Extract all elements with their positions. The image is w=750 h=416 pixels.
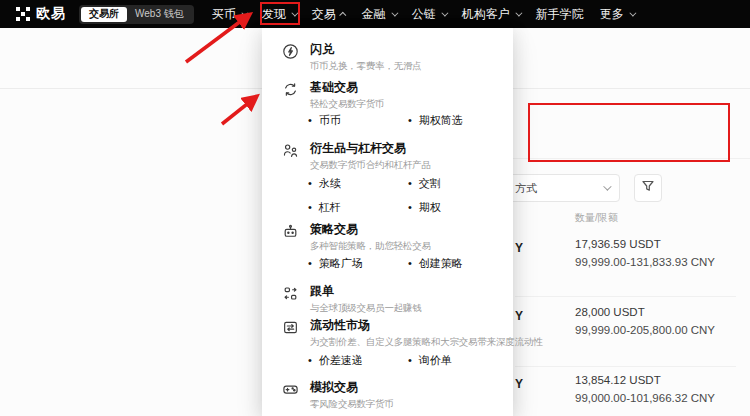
column-header-amount-limit: 数量/限额 bbox=[575, 211, 618, 225]
table-row[interactable]: Y 17,936.59 USDT 99,999.00-131,833.93 CN… bbox=[515, 238, 743, 286]
menu-title: 闪兑 bbox=[310, 42, 422, 56]
row-limit: 99,999.00-131,833.93 CNY bbox=[575, 256, 715, 268]
trade-dropdown-menu: 闪兑 币币兑换，零费率，无滑点 基础交易 轻松交易数字货币 币币 期权简选 bbox=[262, 28, 513, 416]
flash-swap-icon bbox=[282, 43, 299, 60]
row-limit: 99,999.00-205,800.00 CNY bbox=[575, 324, 715, 336]
menu-title: 模拟交易 bbox=[310, 380, 394, 394]
table-row[interactable]: Y 13,854.12 USDT 99,000.00-101,966.32 CN… bbox=[515, 374, 743, 416]
product-toggle: 交易所 Web3 钱包 bbox=[79, 5, 194, 24]
nav-item-label: 机构客户 bbox=[462, 6, 510, 23]
demo-trade-icon bbox=[282, 381, 299, 398]
nav-item-label: 买币 bbox=[212, 6, 236, 23]
nav-item-buy-crypto[interactable]: 买币 bbox=[209, 6, 249, 23]
menu-links-row: 策略广场 创建策略 bbox=[262, 256, 513, 270]
divider bbox=[515, 366, 736, 367]
nav-item-label: 更多 bbox=[600, 6, 624, 23]
menu-title: 基础交易 bbox=[310, 80, 384, 94]
row-amount: 17,936.59 USDT bbox=[575, 238, 661, 250]
divider bbox=[513, 158, 750, 159]
top-navbar: 欧易 交易所 Web3 钱包 买币 发现 交易 金融 公链 机构客户 bbox=[0, 0, 750, 28]
row-limit: 99,000.00-101,966.32 CNY bbox=[575, 392, 715, 404]
menu-links-row: 币币 期权简选 bbox=[262, 113, 513, 127]
row-edge-text: Y bbox=[515, 377, 523, 391]
strategy-icon bbox=[282, 223, 299, 240]
nav-item-chains[interactable]: 公链 bbox=[409, 6, 449, 23]
basic-trade-icon bbox=[282, 81, 299, 98]
menu-item-basic-trade[interactable]: 基础交易 轻松交易数字货币 bbox=[282, 80, 384, 109]
chevron-down-icon bbox=[291, 9, 298, 16]
main-nav: 买币 发现 交易 金融 公链 机构客户 新手学院 更多 bbox=[209, 6, 637, 23]
menu-subtitle: 为交割价差、自定义多腿策略和大宗交易带来深度流动性 bbox=[310, 336, 543, 347]
nav-item-label: 公链 bbox=[412, 6, 436, 23]
chevron-down-icon bbox=[603, 182, 611, 190]
nav-item-label: 交易 bbox=[312, 6, 336, 23]
okx-logo-icon bbox=[16, 7, 30, 21]
nav-item-institutions[interactable]: 机构客户 bbox=[459, 6, 523, 23]
menu-item-demo-trading[interactable]: 模拟交易 零风险交易数字货币 bbox=[282, 380, 394, 409]
nav-item-discover[interactable]: 发现 bbox=[259, 6, 299, 23]
menu-title: 流动性市场 bbox=[310, 318, 543, 332]
chevron-down-icon bbox=[441, 9, 448, 16]
menu-item-flash-swap[interactable]: 闪兑 币币兑换，零费率，无滑点 bbox=[282, 42, 422, 71]
copy-trade-icon bbox=[282, 285, 299, 302]
menu-item-copy-trading[interactable]: 跟单 与全球顶级交易员一起赚钱 bbox=[282, 284, 422, 313]
row-amount: 13,854.12 USDT bbox=[575, 374, 661, 386]
menu-title: 衍生品与杠杆交易 bbox=[310, 141, 431, 155]
menu-subtitle: 轻松交易数字货币 bbox=[310, 98, 384, 109]
menu-title: 策略交易 bbox=[310, 222, 431, 236]
menu-links-row: 杠杆 期权 bbox=[262, 200, 513, 214]
menu-link-easy-options[interactable]: 期权简选 bbox=[408, 113, 463, 128]
row-amount: 28,000 USDT bbox=[575, 306, 645, 318]
toggle-web3-wallet[interactable]: Web3 钱包 bbox=[127, 7, 192, 22]
menu-subtitle: 交易数字货币合约和杠杆产品 bbox=[310, 159, 431, 170]
chevron-down-icon bbox=[515, 9, 522, 16]
derivatives-icon bbox=[282, 142, 299, 159]
brand-name: 欧易 bbox=[36, 5, 66, 23]
nav-item-more[interactable]: 更多 bbox=[597, 6, 637, 23]
menu-item-derivatives[interactable]: 衍生品与杠杆交易 交易数字货币合约和杠杆产品 bbox=[282, 141, 431, 170]
menu-subtitle: 零风险交易数字货币 bbox=[310, 398, 394, 409]
select-value: 方式 bbox=[515, 181, 537, 196]
menu-subtitle: 多种智能策略，助您轻松交易 bbox=[310, 240, 431, 251]
okx-logo[interactable]: 欧易 bbox=[16, 5, 66, 23]
chevron-down-icon bbox=[629, 9, 636, 16]
liquidity-icon bbox=[282, 319, 299, 336]
nav-item-academy[interactable]: 新手学院 bbox=[533, 6, 587, 23]
menu-link-spot[interactable]: 币币 bbox=[308, 113, 341, 128]
menu-link-rfq[interactable]: 询价单 bbox=[408, 353, 452, 368]
menu-link-perpetual[interactable]: 永续 bbox=[308, 176, 341, 191]
menu-links-row: 价差速递 询价单 bbox=[262, 353, 513, 367]
divider bbox=[515, 296, 736, 297]
menu-link-create-strategy[interactable]: 创建策略 bbox=[408, 256, 463, 271]
menu-link-strategy-square[interactable]: 策略广场 bbox=[308, 256, 363, 271]
row-edge-text: Y bbox=[515, 241, 523, 255]
menu-item-strategy-trade[interactable]: 策略交易 多种智能策略，助您轻松交易 bbox=[282, 222, 431, 251]
nav-item-label: 金融 bbox=[362, 6, 386, 23]
menu-link-margin[interactable]: 杠杆 bbox=[308, 200, 341, 215]
nav-item-label: 新手学院 bbox=[536, 6, 584, 23]
menu-links-row: 永续 交割 bbox=[262, 176, 513, 190]
payment-method-select[interactable]: 方式 bbox=[504, 174, 620, 202]
toggle-exchange[interactable]: 交易所 bbox=[81, 7, 127, 22]
filter-button[interactable] bbox=[634, 174, 662, 202]
menu-subtitle: 与全球顶级交易员一起赚钱 bbox=[310, 302, 422, 313]
table-row[interactable]: Y 28,000 USDT 99,999.00-205,800.00 CNY bbox=[515, 306, 743, 354]
menu-link-options[interactable]: 期权 bbox=[408, 200, 441, 215]
chevron-down-icon bbox=[241, 9, 248, 16]
menu-item-liquidity-marketplace[interactable]: 流动性市场 为交割价差、自定义多腿策略和大宗交易带来深度流动性 bbox=[282, 318, 543, 347]
nav-item-label: 发现 bbox=[262, 6, 286, 23]
menu-link-futures[interactable]: 交割 bbox=[408, 176, 441, 191]
menu-subtitle: 币币兑换，零费率，无滑点 bbox=[310, 60, 422, 71]
chevron-up-icon bbox=[339, 11, 346, 18]
menu-link-spread-express[interactable]: 价差速递 bbox=[308, 353, 363, 368]
nav-item-trade[interactable]: 交易 bbox=[309, 6, 349, 23]
menu-title: 跟单 bbox=[310, 284, 422, 298]
chevron-down-icon bbox=[391, 9, 398, 16]
nav-item-finance[interactable]: 金融 bbox=[359, 6, 399, 23]
funnel-icon bbox=[641, 179, 655, 197]
